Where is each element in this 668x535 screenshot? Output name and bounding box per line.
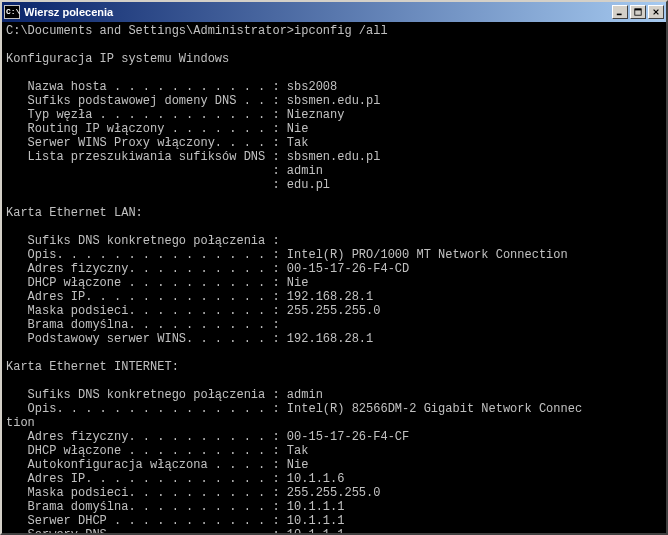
svg-rect-2 (635, 9, 641, 11)
maximize-button[interactable] (630, 5, 646, 19)
console-output[interactable]: C:\Documents and Settings\Administrator>… (2, 22, 666, 533)
window-title: Wiersz polecenia (24, 6, 612, 18)
titlebar[interactable]: C:\ Wiersz polecenia (2, 2, 666, 22)
cmd-icon: C:\ (4, 5, 20, 19)
command-prompt-window: C:\ Wiersz polecenia C:\Documents and Se… (0, 0, 668, 535)
minimize-button[interactable] (612, 5, 628, 19)
close-button[interactable] (648, 5, 664, 19)
svg-rect-0 (617, 14, 622, 16)
